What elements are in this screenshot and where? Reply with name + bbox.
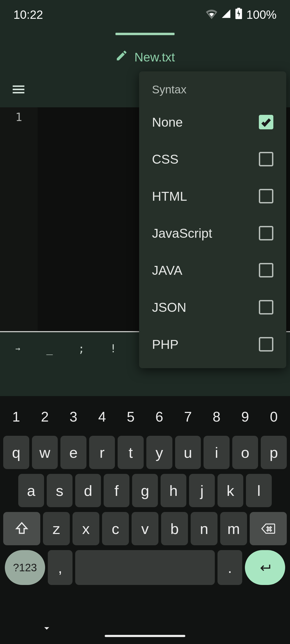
key-f[interactable]: f xyxy=(104,474,129,507)
syntax-option-label: None xyxy=(152,115,183,130)
menu-button[interactable] xyxy=(11,82,26,98)
key-o[interactable]: o xyxy=(232,436,258,469)
syntax-option-label: HTML xyxy=(152,189,187,204)
syntax-option-css[interactable]: CSS xyxy=(139,141,286,178)
signal-icon xyxy=(221,8,231,21)
key-u[interactable]: u xyxy=(175,436,201,469)
nav-bar xyxy=(3,617,287,641)
key-6[interactable]: 6 xyxy=(146,402,172,431)
key-m[interactable]: m xyxy=(220,512,247,545)
key-l[interactable]: l xyxy=(246,474,272,507)
status-bar: 10:22 100% xyxy=(0,0,290,30)
syntax-option-label: JAVA xyxy=(152,263,182,278)
key-shift[interactable] xyxy=(3,512,40,545)
syntax-option-label: JSON xyxy=(152,300,186,315)
syntax-option-json[interactable]: JSON xyxy=(139,289,286,326)
key-n[interactable]: n xyxy=(191,512,218,545)
keyboard: 1 2 3 4 5 6 7 8 9 0 q w e r t y u i o p … xyxy=(0,396,290,644)
popup-title: Syntax xyxy=(139,81,286,104)
key-a[interactable]: a xyxy=(18,474,44,507)
symbol-key[interactable]: _ xyxy=(34,342,64,355)
syntax-popup: Syntax NoneCSSHTMLJavaScriptJAVAJSONPHP xyxy=(139,71,286,368)
syntax-option-label: CSS xyxy=(152,152,179,167)
key-3[interactable]: 3 xyxy=(60,402,86,431)
wifi-icon xyxy=(206,8,217,22)
keyboard-row-4: ?123 , . xyxy=(3,550,287,585)
symbol-key[interactable]: → xyxy=(3,344,33,353)
keyboard-row-3: z x c v b n m xyxy=(3,512,287,545)
key-t[interactable]: t xyxy=(118,436,144,469)
syntax-option-php[interactable]: PHP xyxy=(139,326,286,363)
checkbox-icon[interactable] xyxy=(259,263,273,277)
keyboard-row-2: a s d f g h j k l xyxy=(3,474,287,507)
key-v[interactable]: v xyxy=(132,512,158,545)
nav-handle[interactable] xyxy=(105,635,185,637)
key-comma[interactable]: , xyxy=(48,550,73,585)
syntax-option-java[interactable]: JAVA xyxy=(139,252,286,289)
key-9[interactable]: 9 xyxy=(232,402,258,431)
key-7[interactable]: 7 xyxy=(175,402,201,431)
tab-new-file[interactable]: New.txt xyxy=(115,49,175,65)
key-d[interactable]: d xyxy=(75,474,101,507)
key-c[interactable]: c xyxy=(102,512,129,545)
key-x[interactable]: x xyxy=(73,512,99,545)
line-gutter: 1 xyxy=(0,107,38,331)
key-j[interactable]: j xyxy=(189,474,215,507)
key-k[interactable]: k xyxy=(218,474,243,507)
symbol-key[interactable]: ! xyxy=(98,342,128,355)
key-p[interactable]: p xyxy=(261,436,287,469)
keyboard-number-row: 1 2 3 4 5 6 7 8 9 0 xyxy=(3,402,287,431)
syntax-option-javascript[interactable]: JavaScript xyxy=(139,215,286,252)
hide-keyboard-icon[interactable] xyxy=(41,622,53,635)
checkbox-icon[interactable] xyxy=(259,300,273,314)
key-e[interactable]: e xyxy=(60,436,86,469)
key-backspace[interactable] xyxy=(250,512,287,545)
tab-indicator xyxy=(115,33,175,35)
checkbox-icon[interactable] xyxy=(259,152,273,166)
checkbox-icon[interactable] xyxy=(259,226,273,240)
battery-icon xyxy=(235,8,242,22)
syntax-option-none[interactable]: None xyxy=(139,104,286,141)
key-period[interactable]: . xyxy=(218,550,242,585)
key-1[interactable]: 1 xyxy=(3,402,29,431)
key-space[interactable] xyxy=(75,550,215,585)
key-b[interactable]: b xyxy=(161,512,188,545)
tab-strip: New.txt xyxy=(0,30,290,72)
key-4[interactable]: 4 xyxy=(89,402,115,431)
key-q[interactable]: q xyxy=(3,436,29,469)
key-r[interactable]: r xyxy=(89,436,115,469)
key-g[interactable]: g xyxy=(132,474,158,507)
key-mode-switch[interactable]: ?123 xyxy=(5,550,45,585)
checkbox-icon[interactable] xyxy=(259,115,273,129)
syntax-option-label: JavaScript xyxy=(152,226,212,241)
status-time: 10:22 xyxy=(13,8,43,21)
key-8[interactable]: 8 xyxy=(204,402,230,431)
pencil-icon xyxy=(115,49,128,65)
line-number: 1 xyxy=(0,111,38,124)
checkbox-icon[interactable] xyxy=(259,337,273,352)
battery-percent: 100% xyxy=(246,8,277,21)
key-z[interactable]: z xyxy=(43,512,70,545)
key-5[interactable]: 5 xyxy=(118,402,144,431)
key-2[interactable]: 2 xyxy=(32,402,58,431)
key-0[interactable]: 0 xyxy=(261,402,287,431)
status-icons: 100% xyxy=(206,8,277,22)
checkbox-icon[interactable] xyxy=(259,189,273,203)
syntax-option-label: PHP xyxy=(152,337,179,352)
symbol-key[interactable]: ; xyxy=(66,342,96,355)
key-w[interactable]: w xyxy=(32,436,58,469)
key-s[interactable]: s xyxy=(47,474,73,507)
key-y[interactable]: y xyxy=(146,436,172,469)
key-h[interactable]: h xyxy=(161,474,186,507)
keyboard-row-1: q w e r t y u i o p xyxy=(3,436,287,469)
tab-filename: New.txt xyxy=(135,50,175,64)
syntax-option-html[interactable]: HTML xyxy=(139,178,286,215)
key-i[interactable]: i xyxy=(204,436,230,469)
key-enter[interactable] xyxy=(245,550,285,585)
